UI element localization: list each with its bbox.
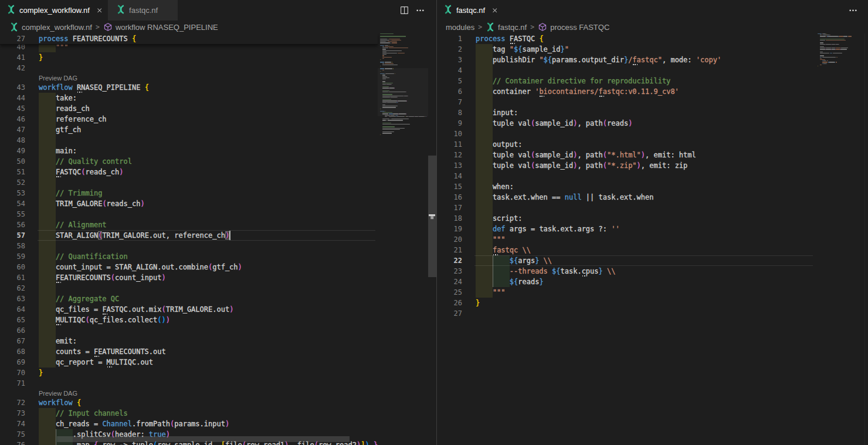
breadcrumb-item[interactable]: workflow RNASEQ_PIPELINE	[103, 22, 218, 32]
code-line[interactable]: 59 // Quantification	[0, 251, 436, 262]
code-line[interactable]: 24 ${reads}	[437, 277, 868, 287]
code-token: TRIM_GALORE.out	[166, 305, 229, 313]
code-token: qc_report =	[39, 358, 107, 366]
code-line[interactable]: 57 STAR_ALIGN(TRIM_GALORE.out, reference…	[0, 230, 436, 241]
editor-right[interactable]: 1process FASTQC {2 tag "${sample_id}"3 p…	[437, 33, 868, 445]
tab-close-icon[interactable]	[490, 6, 500, 15]
code-line[interactable]: 65 MULTIQC(qc_files.collect())	[0, 315, 436, 325]
code-line[interactable]: 73 // Input channels	[0, 408, 436, 419]
split-editor-button[interactable]	[399, 5, 409, 16]
code-line[interactable]: 44 take:	[0, 93, 436, 103]
code-line[interactable]: 72workflow {	[0, 397, 436, 408]
code-text: task.ext.when == null || task.ext.when	[476, 192, 653, 203]
tab-complex_workflow-nf[interactable]: complex_workflow.nf	[0, 0, 110, 21]
tab-fastqc-nf[interactable]: fastqc.nf	[108, 0, 178, 21]
code-line[interactable]: 5 // Container directive for reproducibi…	[437, 76, 868, 86]
code-line[interactable]: 68 counts = FEATURECOUNTS.out	[0, 346, 436, 357]
code-line[interactable]: 3 publishDir "${params.output_dir}/fastq…	[437, 55, 868, 65]
more-actions-button[interactable]	[847, 5, 858, 16]
minimap-line	[391, 40, 401, 41]
sticky-line[interactable]: 27process FEATURECOUNTS {	[0, 33, 378, 44]
code-line[interactable]: 55	[0, 209, 436, 220]
breadcrumb-item[interactable]: fastqc.nf	[486, 22, 527, 32]
tab-fastqc-nf[interactable]: fastqc.nf	[437, 0, 506, 21]
code-line[interactable]: 19 def args = task.ext.args ?: ''	[437, 224, 868, 234]
code-line[interactable]: 22 ${args} \\	[437, 255, 868, 266]
horizontal-scrollbar[interactable]	[57, 436, 350, 442]
code-line[interactable]: 8 input:	[437, 107, 868, 118]
minimap-viewport[interactable]	[378, 68, 428, 116]
minimap-line	[385, 45, 388, 46]
code-line[interactable]: 20 """	[437, 234, 868, 245]
code-line[interactable]: 52	[0, 177, 436, 188]
code-line[interactable]: 67 emit:	[0, 336, 436, 346]
code-line[interactable]: 15 when:	[437, 181, 868, 192]
code-line[interactable]: 70}	[0, 368, 436, 378]
code-line[interactable]: 25 """	[437, 287, 868, 298]
code-line[interactable]: 62	[0, 283, 436, 294]
code-line[interactable]: 56 // Alignment	[0, 220, 436, 230]
code-line[interactable]: 7	[437, 97, 868, 107]
code-line[interactable]: 45 reads_ch	[0, 103, 436, 114]
code-line[interactable]: 49 main:	[0, 146, 436, 156]
code-line[interactable]: 2 tag "${sample_id}"	[437, 44, 868, 55]
code-line[interactable]: 41}	[0, 52, 436, 63]
code-token: }	[476, 299, 480, 307]
code-line[interactable]: 4	[437, 65, 868, 76]
tab-close-icon[interactable]	[95, 6, 104, 15]
code-line[interactable]: 60 count_input = STAR_ALIGN.out.combine(…	[0, 262, 436, 272]
code-line[interactable]: 54 TRIM_GALORE(reads_ch)	[0, 198, 436, 209]
code-line[interactable]: 14	[437, 171, 868, 181]
code-line[interactable]: 46 reference_ch	[0, 114, 436, 124]
minimap-right[interactable]	[815, 33, 857, 70]
code-token: .out	[136, 358, 153, 366]
code-line[interactable]: 10	[437, 129, 868, 139]
more-actions-button[interactable]	[415, 5, 425, 16]
code-line[interactable]: 17	[437, 203, 868, 213]
code-line[interactable]: 74 ch_reads = Channel.fromPath(params.in…	[0, 419, 436, 429]
code-line[interactable]: 26}	[437, 298, 868, 308]
minimap-left[interactable]	[378, 33, 428, 138]
breadcrumb-item[interactable]: modules	[446, 23, 474, 32]
code-token: , emit: html	[645, 151, 696, 159]
breadcrumb-item[interactable]: complex_workflow.nf	[9, 22, 92, 32]
code-line[interactable]: 23 --threads ${task.cpus} \\	[437, 266, 868, 277]
codelens-preview-dag[interactable]: Preview DAG	[39, 389, 77, 397]
editor-group-sash[interactable]	[436, 0, 437, 445]
code-line[interactable]: 11 output:	[437, 139, 868, 150]
code-line[interactable]: 66	[0, 325, 436, 336]
code-line[interactable]: 50 // Quality control	[0, 156, 436, 167]
code-line[interactable]: 61 FEATURECOUNTS(count_input)	[0, 272, 436, 283]
code-line[interactable]: 9 tuple val(sample_id), path(reads)	[437, 118, 868, 129]
code-line[interactable]: 12 tuple val(sample_id), path("*.html"),…	[437, 150, 868, 160]
code-line[interactable]: 27	[437, 308, 868, 319]
code-line[interactable]: 18 script:	[437, 213, 868, 224]
code-line[interactable]: 64 qc_files = FASTQC.out.mix(TRIM_GALORE…	[0, 304, 436, 315]
code-line[interactable]: 51 FASTQC(reads_ch)	[0, 167, 436, 177]
code-line[interactable]: 63 // Aggregate QC	[0, 294, 436, 304]
code-line[interactable]: 6 container 'biocontainers/fastqc:v0.11.…	[437, 86, 868, 97]
minimap-line	[836, 57, 838, 58]
code-line[interactable]: 21 fastqc \\	[437, 245, 868, 255]
sticky-scroll-header[interactable]: 27process FEATURECOUNTS {	[0, 33, 378, 45]
code-line[interactable]: 48	[0, 135, 436, 146]
minimap-line	[380, 39, 387, 39]
code-line[interactable]: 16 task.ext.when == null || task.ext.whe…	[437, 192, 868, 203]
code-line[interactable]: 53 // Trimming	[0, 188, 436, 198]
code-line[interactable]: 43workflow RNASEQ_PIPELINE {	[0, 82, 436, 93]
code-line[interactable]: 1process FASTQC {	[437, 33, 868, 44]
codelens-preview-dag[interactable]: Preview DAG	[39, 73, 77, 82]
code-text: script:	[476, 213, 522, 224]
breadcrumb-item[interactable]: process FASTQC	[538, 22, 609, 32]
code-line[interactable]: 71	[0, 378, 436, 389]
code-line[interactable]: 47 gtf_ch	[0, 124, 436, 135]
minimap-line	[820, 35, 822, 35]
code-line[interactable]: 13 tuple val(sample_id), path("*.zip"), …	[437, 160, 868, 171]
code-line[interactable]: 69 qc_report = MULTIQC.out	[0, 357, 436, 368]
code-line[interactable]: 42	[0, 63, 436, 73]
code-token: reads	[607, 119, 628, 127]
code-token: (	[102, 200, 106, 208]
editor-left[interactable]: 40 """41}42Preview DAG43workflow RNASEQ_…	[0, 33, 436, 445]
code-line[interactable]: 58	[0, 241, 436, 251]
code-token: :v0.11.9_cv8'	[624, 87, 679, 96]
